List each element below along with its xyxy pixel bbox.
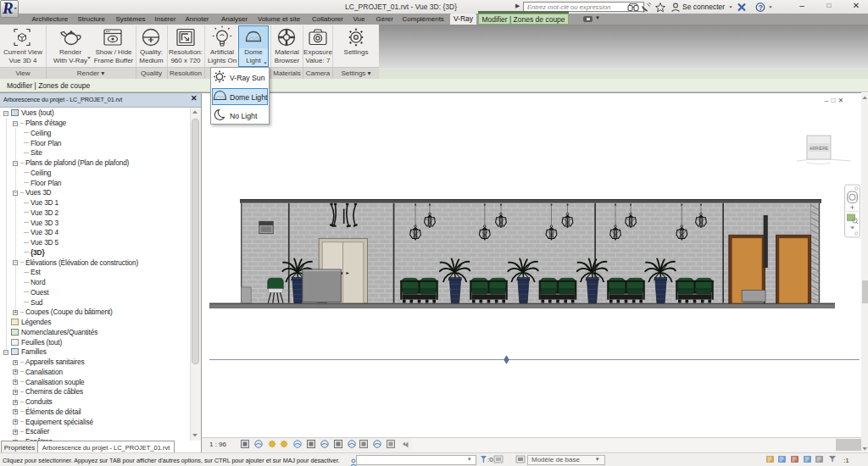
svg-text:R: R bbox=[2, 0, 14, 14]
svg-text:?: ? bbox=[759, 3, 763, 12]
svg-text::1: :1 bbox=[843, 457, 849, 464]
